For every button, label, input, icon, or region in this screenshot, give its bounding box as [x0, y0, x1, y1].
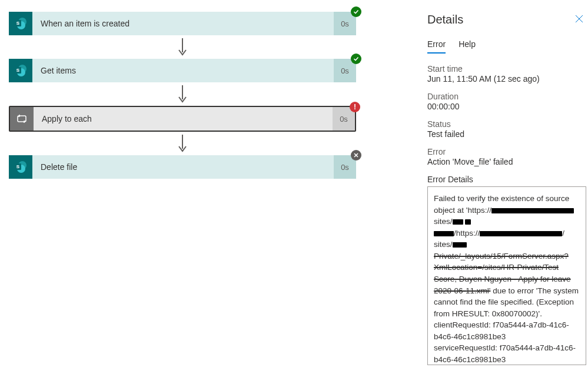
- status-skipped-icon: [351, 150, 361, 161]
- step-label: Get items: [32, 59, 334, 82]
- field-status: Status Test failed: [427, 119, 586, 139]
- field-start-time: Start time Jun 11, 11:50 AM (12 sec ago): [427, 64, 586, 83]
- redacted-text: [453, 219, 463, 225]
- field-value: Action 'Move_file' failed: [427, 157, 586, 166]
- flow-step-trigger[interactable]: S When an item is created 0s: [9, 12, 356, 35]
- client-request-id-label: clientRequestId:: [434, 320, 493, 329]
- field-duration: Duration 00:00:00: [427, 92, 586, 111]
- status-error-icon: !: [350, 102, 360, 112]
- error-text: sites/: [434, 217, 453, 226]
- step-label: When an item is created: [32, 12, 334, 35]
- redacted-line: 2020-06-11.xml': [434, 286, 490, 295]
- step-label: Apply to each: [34, 107, 333, 131]
- redacted-line: Private/_layouts/15/FormServer.aspx?: [434, 252, 569, 260]
- redacted-text: [453, 242, 467, 248]
- tab-error[interactable]: Error: [427, 39, 446, 54]
- error-details-label: Error Details: [427, 175, 586, 184]
- details-panel: Details Error Help Start time Jun 11, 11…: [412, 0, 588, 391]
- flow-canvas: S When an item is created 0s S Get items…: [0, 0, 412, 391]
- loop-icon: [10, 107, 34, 131]
- redacted-line: Score, Duyen Nguyen - Apply for leave: [434, 275, 571, 283]
- field-value: Jun 11, 11:50 AM (12 sec ago): [427, 74, 586, 83]
- sharepoint-icon: S: [9, 155, 32, 179]
- field-label: Error: [427, 147, 586, 156]
- flow-step-apply-to-each[interactable]: Apply to each 0s !: [9, 106, 356, 132]
- flow-step-get-items[interactable]: S Get items 0s: [9, 59, 356, 82]
- details-tabs: Error Help: [427, 39, 586, 54]
- field-value: Test failed: [427, 129, 586, 139]
- tab-help[interactable]: Help: [459, 39, 476, 54]
- field-label: Status: [427, 119, 586, 129]
- field-value: 00:00:00: [427, 102, 586, 111]
- arrow-connector: [9, 82, 356, 106]
- redacted-text: [491, 208, 574, 213]
- error-text: /https://: [454, 229, 480, 238]
- step-label: Delete file: [32, 155, 334, 179]
- error-text: sites/: [434, 240, 453, 249]
- status-success-icon: [351, 54, 361, 64]
- details-title: Details: [427, 13, 463, 26]
- redacted-text: [434, 231, 454, 236]
- arrow-connector: [9, 132, 356, 155]
- error-details-box[interactable]: Failed to verify the existence of source…: [427, 186, 586, 365]
- status-success-icon: [351, 6, 361, 17]
- field-label: Start time: [427, 64, 586, 73]
- close-button[interactable]: [572, 12, 586, 28]
- flow-step-delete-file[interactable]: S Delete file 0s: [9, 155, 356, 179]
- arrow-connector: [9, 35, 356, 59]
- sharepoint-icon: S: [9, 12, 32, 35]
- service-request-id-label: serviceRequestId:: [434, 343, 500, 352]
- redacted-text: [465, 219, 471, 225]
- sharepoint-icon: S: [9, 59, 32, 82]
- field-label: Duration: [427, 92, 586, 101]
- field-error: Error Action 'Move_file' failed: [427, 147, 586, 166]
- redacted-text: [480, 231, 562, 236]
- error-text: 'https://: [466, 206, 491, 215]
- redacted-line: XmlLocation=/sites/HR-Private/Test: [434, 263, 559, 272]
